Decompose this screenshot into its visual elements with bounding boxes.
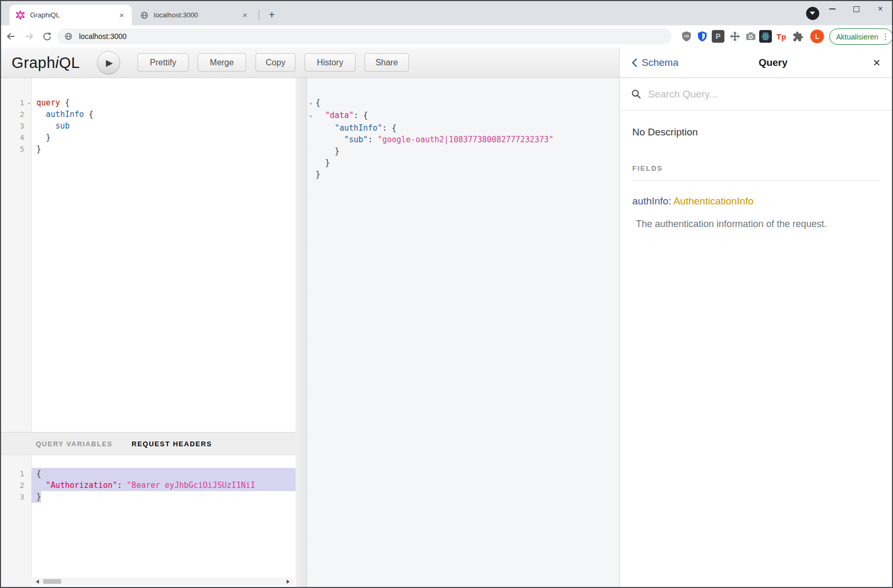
address-bar[interactable]: localhost:3000 xyxy=(57,28,672,44)
maximize-icon xyxy=(853,6,859,12)
code-text: { xyxy=(31,468,296,479)
line-gutter: ▾ xyxy=(307,110,316,122)
query-editor[interactable]: 1▾query {2 authInfo {3 sub4 }5} xyxy=(1,78,296,432)
history-button[interactable]: History xyxy=(305,53,356,72)
window-minimize-button[interactable] xyxy=(821,1,843,17)
prettify-button[interactable]: Prettify xyxy=(138,53,189,72)
code-line: 3} xyxy=(1,491,296,503)
code-text: } xyxy=(316,157,619,169)
line-gutter xyxy=(307,145,316,157)
code-line: } xyxy=(307,145,619,157)
docs-panel: Schema Query × No Description FIELDS aut… xyxy=(619,47,892,587)
bitwarden-extension-icon[interactable] xyxy=(695,30,709,43)
browser-window: GraphiQL × localhost:3000 × + × xyxy=(0,0,893,588)
tab-title: localhost:3000 xyxy=(154,11,240,19)
code-line: 3 sub xyxy=(1,120,296,132)
code-text: } xyxy=(31,132,296,143)
line-gutter: 4 xyxy=(1,132,31,143)
svg-text:U0: U0 xyxy=(684,34,689,38)
fold-icon[interactable]: ▾ xyxy=(309,113,312,119)
profile-avatar[interactable]: L xyxy=(810,30,824,43)
code-line: } xyxy=(307,157,619,169)
browser-menu-icon[interactable]: ⋮ xyxy=(881,32,889,42)
globe-icon xyxy=(140,11,149,19)
code-text: query { xyxy=(31,97,296,109)
scrollbar-thumb[interactable] xyxy=(43,579,61,584)
graphiql-main: GraphiQL ▶ Prettify Merge Copy History S… xyxy=(1,47,619,587)
window-close-button[interactable]: × xyxy=(869,1,891,17)
code-text: "data": { xyxy=(316,110,619,122)
graphiql-topbar: GraphiQL ▶ Prettify Merge Copy History S… xyxy=(1,47,619,78)
variables-section: QUERY VARIABLES REQUEST HEADERS 1{2 "Aut… xyxy=(1,432,296,587)
reload-button[interactable] xyxy=(39,28,55,44)
share-button[interactable]: Share xyxy=(365,53,409,72)
docs-header: Schema Query × xyxy=(620,47,892,78)
execute-query-button[interactable]: ▶ xyxy=(97,51,120,74)
copy-button[interactable]: Copy xyxy=(256,53,296,72)
update-browser-button[interactable]: Aktualisieren ⋮ xyxy=(829,28,893,45)
tab-close-icon[interactable]: × xyxy=(117,11,126,20)
code-text: } xyxy=(316,169,619,180)
tp-extension-icon[interactable]: Tp xyxy=(774,30,788,43)
docs-search-input[interactable] xyxy=(648,89,880,100)
docs-close-button[interactable]: × xyxy=(873,57,880,68)
code-line: } xyxy=(307,169,619,180)
back-button[interactable] xyxy=(3,28,19,44)
docs-back-link[interactable]: Schema xyxy=(631,57,679,68)
code-line: ▾{ xyxy=(307,97,619,110)
code-text: } xyxy=(316,145,619,157)
line-gutter: 3 xyxy=(1,491,31,503)
line-gutter: 3 xyxy=(1,120,31,132)
docs-back-label: Schema xyxy=(642,57,679,68)
play-icon: ▶ xyxy=(106,57,113,68)
forward-button[interactable] xyxy=(21,28,37,44)
tab-search-chevron-icon[interactable] xyxy=(806,7,819,20)
browser-tab-graphiql[interactable]: GraphiQL × xyxy=(9,5,132,25)
graphql-favicon xyxy=(16,11,25,19)
camera-extension-icon[interactable] xyxy=(744,30,758,43)
code-text: "authInfo": { xyxy=(316,122,619,134)
request-headers-editor[interactable]: 1{2 "Authorization": "Bearer eyJhbGciOiJ… xyxy=(1,455,296,587)
type-description: No Description xyxy=(632,126,879,138)
adblock-shield-extension-icon[interactable]: U0 xyxy=(680,30,693,43)
tab-request-headers[interactable]: REQUEST HEADERS xyxy=(132,440,212,448)
update-label: Aktualisieren xyxy=(836,33,878,41)
code-line: "sub": "google-oauth2|108377380082777232… xyxy=(307,134,619,145)
tab-query-variables[interactable]: QUERY VARIABLES xyxy=(36,440,113,448)
new-tab-button[interactable]: + xyxy=(264,7,279,22)
url-text: localhost:3000 xyxy=(79,32,126,41)
merge-button[interactable]: Merge xyxy=(198,53,246,72)
line-gutter xyxy=(307,134,316,145)
code-text: sub xyxy=(31,120,296,132)
tab-close-icon[interactable]: × xyxy=(240,11,250,20)
line-gutter xyxy=(307,169,316,180)
horizontal-scrollbar[interactable] xyxy=(31,577,295,585)
code-line: 5} xyxy=(1,143,296,155)
extensions-puzzle-icon[interactable] xyxy=(791,30,805,43)
fold-icon[interactable]: ▾ xyxy=(309,101,312,106)
code-text: "sub": "google-oauth2|108377380082777232… xyxy=(316,134,619,145)
fields-section-label: FIELDS xyxy=(632,164,879,181)
result-viewer: ▾{▾ "data": { "authInfo": { "sub": "goog… xyxy=(307,78,619,587)
p-extension-icon[interactable]: P xyxy=(711,30,725,43)
move-cross-extension-icon[interactable] xyxy=(728,30,742,43)
minimize-icon xyxy=(829,8,836,9)
code-line: 1{ xyxy=(1,468,296,479)
pane-drag-handle[interactable] xyxy=(296,78,307,587)
scroll-right-icon[interactable] xyxy=(287,580,292,584)
code-text: } xyxy=(31,143,296,155)
react-devtools-extension-icon[interactable] xyxy=(759,30,772,43)
window-maximize-button[interactable] xyxy=(845,1,867,17)
field-name-link[interactable]: authInfo xyxy=(632,195,669,207)
code-text: authInfo { xyxy=(31,109,296,120)
line-gutter: 2 xyxy=(1,109,31,120)
code-line: ▾ "data": { xyxy=(307,110,619,122)
tab-title: GraphiQL xyxy=(30,11,117,19)
browser-tab-localhost[interactable]: localhost:3000 × xyxy=(134,5,255,25)
field-type-link[interactable]: AuthenticationInfo xyxy=(673,195,753,207)
line-gutter: ▾ xyxy=(307,97,316,110)
docs-body: No Description FIELDS authInfo: Authenti… xyxy=(620,111,892,230)
fold-icon[interactable]: ▾ xyxy=(28,97,31,109)
scroll-left-icon[interactable] xyxy=(34,580,39,584)
graphiql-app: GraphiQL ▶ Prettify Merge Copy History S… xyxy=(1,47,892,587)
